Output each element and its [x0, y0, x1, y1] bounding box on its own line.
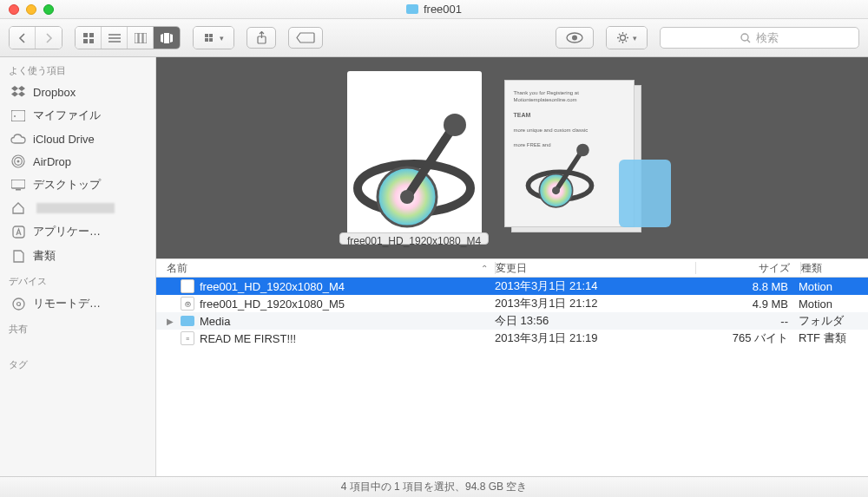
table-row[interactable]: ≡ READ ME FIRST!!! 2013年3月1日 21:19 765 バ… [156, 330, 868, 347]
sort-ascending-icon: ⌃ [481, 264, 488, 273]
action-menu[interactable]: ▾ [606, 26, 648, 49]
sidebar: よく使う項目 Dropbox マイファイル iCloud Drive AirDr… [0, 57, 156, 476]
sidebar-item-documents[interactable]: 書類 [0, 244, 155, 268]
table-row[interactable]: ◎ free001_HD_1920x1080_M5 2013年3月1日 21:1… [156, 295, 868, 312]
svg-point-33 [17, 160, 20, 163]
file-size: 8.8 MB [694, 280, 799, 293]
svg-line-23 [619, 34, 620, 35]
dropbox-icon [10, 85, 26, 99]
zoom-window-button[interactable] [43, 4, 54, 15]
sidebar-item-label: 書類 [33, 248, 56, 264]
svg-line-28 [747, 40, 750, 43]
table-row[interactable]: ◎ free001_HD_1920x1080_M4 2013年3月1日 21:1… [156, 278, 868, 295]
sidebar-item-label-redacted [36, 203, 115, 213]
quicklook-button[interactable] [556, 27, 594, 49]
sidebar-item-applications[interactable]: アプリケー… [0, 219, 155, 244]
coverflow-preview[interactable]: free001_HD_1920x1080_M4 Thank you for Re… [156, 57, 868, 258]
forward-button[interactable] [36, 27, 62, 49]
svg-line-24 [626, 41, 627, 42]
file-size: -- [694, 315, 799, 328]
svg-rect-10 [164, 33, 169, 43]
svg-line-25 [626, 34, 627, 35]
svg-point-48 [552, 186, 560, 194]
column-header-kind[interactable]: 種類 [801, 261, 868, 276]
file-kind: フォルダ [799, 313, 868, 329]
svg-rect-7 [135, 33, 138, 43]
view-mode-buttons [75, 26, 181, 49]
svg-rect-9 [143, 33, 147, 43]
sidebar-item-dropbox[interactable]: Dropbox [0, 81, 155, 103]
svg-point-47 [576, 144, 589, 157]
column-header-row: 名前 ⌃ 変更日 サイズ 種類 [156, 258, 868, 278]
sidebar-item-remote-disc[interactable]: リモートデ… [0, 291, 155, 316]
file-kind: Motion [799, 280, 868, 293]
myfiles-icon [10, 108, 26, 122]
svg-rect-35 [16, 189, 21, 191]
sidebar-item-icloud[interactable]: iCloud Drive [0, 128, 155, 150]
sidebar-item-label: Dropbox [33, 86, 76, 99]
list-view-button[interactable] [102, 27, 128, 49]
column-view-button[interactable] [128, 27, 154, 49]
back-button[interactable] [10, 27, 36, 49]
file-date: 2013年3月1日 21:19 [495, 330, 694, 346]
nav-buttons [9, 26, 62, 49]
arrange-menu[interactable]: ▾ [193, 26, 234, 49]
preview-thumb-stack[interactable]: Thank you for Registering at Motiontempl… [504, 80, 678, 236]
svg-rect-1 [89, 33, 94, 37]
svg-rect-11 [205, 34, 208, 37]
file-name: READ ME FIRST!!! [200, 332, 296, 345]
column-header-size[interactable]: サイズ [696, 261, 800, 276]
table-row[interactable]: ▶ Media 今日 13:56 -- フォルダ [156, 312, 868, 330]
documents-icon [10, 249, 26, 263]
folder-icon [406, 4, 418, 14]
file-icon: ◎ [181, 297, 194, 311]
svg-point-42 [444, 114, 466, 136]
column-header-date[interactable]: 変更日 [496, 261, 695, 276]
search-field[interactable]: 検索 [660, 27, 859, 49]
sidebar-item-label: デスクトップ [33, 177, 101, 193]
motion-app-icon [347, 97, 482, 236]
file-date: 今日 13:56 [495, 313, 694, 329]
file-date: 2013年3月1日 21:12 [495, 296, 694, 311]
sidebar-item-desktop[interactable]: デスクトップ [0, 173, 155, 197]
preview-thumb-selected[interactable] [347, 71, 482, 245]
sidebar-item-home[interactable] [0, 197, 155, 219]
close-window-button[interactable] [9, 4, 19, 15]
sidebar-item-label: マイファイル [33, 108, 101, 123]
column-header-name[interactable]: 名前 ⌃ [156, 261, 495, 276]
minimize-window-button[interactable] [26, 4, 36, 15]
file-list: ◎ free001_HD_1920x1080_M4 2013年3月1日 21:1… [156, 278, 868, 476]
file-icon: ≡ [181, 331, 194, 345]
svg-rect-12 [209, 34, 213, 37]
folder-icon [619, 160, 671, 227]
svg-rect-14 [209, 38, 213, 42]
disclosure-triangle-icon[interactable]: ▶ [167, 317, 175, 326]
desktop-icon [10, 178, 26, 192]
icon-view-button[interactable] [76, 27, 102, 49]
svg-point-37 [13, 298, 24, 310]
sidebar-section-shared: 共有 [0, 316, 155, 339]
svg-rect-29 [11, 110, 25, 121]
sidebar-item-airdrop[interactable]: AirDrop [0, 150, 155, 173]
svg-rect-34 [11, 180, 25, 188]
tags-button[interactable] [288, 27, 323, 49]
file-name: free001_HD_1920x1080_M5 [200, 298, 345, 311]
icloud-icon [10, 132, 26, 146]
toolbar: ▾ ▾ 検索 [0, 19, 868, 57]
folder-icon [181, 316, 194, 326]
share-button[interactable] [247, 27, 276, 49]
sidebar-item-label: AirDrop [33, 155, 71, 168]
search-placeholder: 検索 [756, 30, 779, 46]
disc-icon [10, 297, 26, 311]
sidebar-item-label: アプリケー… [33, 224, 101, 239]
sidebar-section-favorites: よく使う項目 [0, 57, 155, 81]
coverflow-view-button[interactable] [154, 27, 180, 49]
file-date: 2013年3月1日 21:14 [495, 278, 694, 294]
window-controls [9, 4, 54, 15]
status-bar: 4 項目中の 1 項目を選択、94.8 GB 空き [0, 476, 868, 497]
content-pane: free001_HD_1920x1080_M4 Thank you for Re… [156, 57, 868, 476]
sidebar-item-label: iCloud Drive [33, 133, 95, 146]
sidebar-section-tags: タグ [0, 351, 155, 375]
sidebar-item-myfiles[interactable]: マイファイル [0, 103, 155, 128]
svg-rect-13 [205, 38, 208, 42]
